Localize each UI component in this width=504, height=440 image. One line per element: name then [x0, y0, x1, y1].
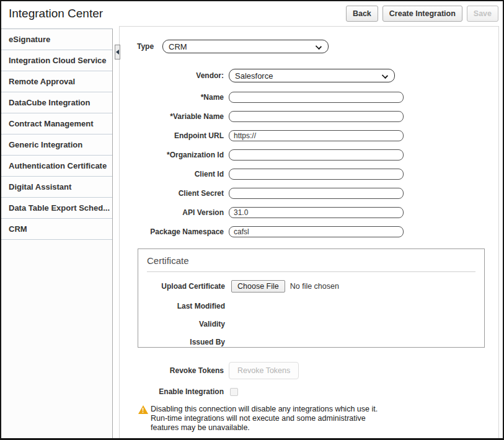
- header: Integration Center Back Create Integrati…: [1, 1, 503, 26]
- issued-by-label: Issued By: [147, 338, 225, 346]
- variable-name-input[interactable]: [229, 111, 404, 122]
- vendor-select[interactable]: Salesforce: [229, 69, 395, 82]
- validity-label: Validity: [147, 320, 225, 328]
- upload-certificate-row: Upload Certificate Choose File No file c…: [147, 280, 475, 293]
- collapse-left-arrow-icon: [116, 50, 119, 55]
- api-version-input[interactable]: [229, 207, 404, 218]
- issued-by-row: Issued By: [147, 338, 475, 346]
- type-select-value: CRM: [169, 42, 187, 51]
- sidebar-item-generic-integration[interactable]: Generic Integration: [1, 134, 112, 156]
- sidebar-item-digital-assistant[interactable]: Digital Assistant: [1, 177, 112, 198]
- validity-row: Validity: [147, 320, 475, 328]
- package-namespace-row: Package Namespace: [122, 226, 498, 237]
- sidebar-item-crm[interactable]: CRM: [1, 219, 112, 240]
- organization-id-row: *Organization Id: [122, 149, 498, 161]
- vendor-label: Vendor:: [122, 71, 224, 80]
- package-namespace-label: Package Namespace: [122, 227, 224, 236]
- type-row: Type CRM: [122, 40, 498, 53]
- file-status-text: No file chosen: [290, 282, 339, 291]
- warning-text: Disabling this connection will disable a…: [151, 405, 387, 432]
- type-select[interactable]: CRM: [162, 40, 329, 53]
- certificate-divider: [147, 271, 475, 272]
- certificate-section-title: Certificate: [147, 254, 475, 266]
- sidebar-item-remote-approval[interactable]: Remote Approval: [1, 71, 112, 92]
- body: eSignature Integration Cloud Service Rem…: [1, 26, 503, 440]
- enable-integration-row: Enable Integration: [122, 387, 498, 396]
- chevron-down-icon: [316, 43, 322, 50]
- endpoint-url-input[interactable]: [229, 130, 404, 141]
- variable-name-row: *Variable Name: [122, 111, 498, 122]
- endpoint-url-label: Endpoint URL: [122, 131, 224, 140]
- variable-name-label: *Variable Name: [122, 112, 224, 121]
- organization-id-input[interactable]: [229, 149, 404, 161]
- client-secret-label: Client Secret: [122, 189, 224, 198]
- client-secret-row: Client Secret: [122, 188, 498, 199]
- crm-integration-form: Type CRM Vendor: Salesforce *Name: [120, 27, 498, 432]
- revoke-tokens-button[interactable]: Revoke Tokens: [229, 362, 299, 379]
- package-namespace-input[interactable]: [229, 226, 404, 237]
- sidebar-item-contract-management[interactable]: Contract Management: [1, 113, 112, 134]
- chevron-down-icon: [382, 73, 388, 79]
- sidebar: eSignature Integration Cloud Service Rem…: [1, 29, 113, 440]
- sidebar-item-esignature[interactable]: eSignature: [1, 29, 112, 50]
- endpoint-url-row: Endpoint URL: [122, 130, 498, 141]
- create-integration-button[interactable]: Create Integration: [382, 6, 462, 22]
- vendor-row: Vendor: Salesforce: [122, 69, 498, 82]
- sidebar-collapse-handle[interactable]: [115, 45, 120, 59]
- api-version-label: API Version: [122, 208, 224, 217]
- certificate-section: Certificate Upload Certificate Choose Fi…: [138, 249, 485, 348]
- name-row: *Name: [122, 92, 498, 103]
- main-panel: Type CRM Vendor: Salesforce *Name: [119, 26, 499, 440]
- warning-icon: !: [138, 405, 148, 414]
- vendor-select-value: Salesforce: [235, 71, 273, 81]
- upload-certificate-label: Upload Certificate: [147, 282, 225, 291]
- sidebar-item-authentication-certificate[interactable]: Authentication Certificate: [1, 156, 112, 177]
- enable-integration-label: Enable Integration: [122, 387, 224, 396]
- page-title: Integration Center: [9, 7, 342, 20]
- integration-center-window: Integration Center Back Create Integrati…: [0, 0, 504, 440]
- sidebar-item-integration-cloud-service[interactable]: Integration Cloud Service: [1, 50, 112, 71]
- name-input[interactable]: [229, 92, 404, 103]
- revoke-tokens-label: Revoke Tokens: [122, 366, 224, 375]
- disable-warning: ! Disabling this connection will disable…: [122, 405, 498, 432]
- sidebar-item-datacube-integration[interactable]: DataCube Integration: [1, 92, 112, 113]
- enable-integration-checkbox[interactable]: [230, 388, 238, 396]
- organization-id-label: *Organization Id: [122, 151, 224, 159]
- name-label: *Name: [122, 93, 224, 102]
- revoke-tokens-row: Revoke Tokens Revoke Tokens: [122, 362, 498, 379]
- client-secret-input[interactable]: [229, 188, 404, 199]
- choose-file-button[interactable]: Choose File: [231, 280, 285, 293]
- back-button[interactable]: Back: [346, 6, 378, 22]
- last-modified-row: Last Modified: [147, 302, 475, 310]
- client-id-input[interactable]: [229, 169, 404, 180]
- client-id-row: Client Id: [122, 169, 498, 180]
- api-version-row: API Version: [122, 207, 498, 218]
- save-button[interactable]: Save: [467, 6, 498, 22]
- last-modified-label: Last Modified: [147, 302, 225, 310]
- type-label: Type: [122, 42, 162, 51]
- client-id-label: Client Id: [122, 170, 224, 178]
- sidebar-item-data-table-export-scheduler[interactable]: Data Table Export Sched...: [1, 198, 112, 219]
